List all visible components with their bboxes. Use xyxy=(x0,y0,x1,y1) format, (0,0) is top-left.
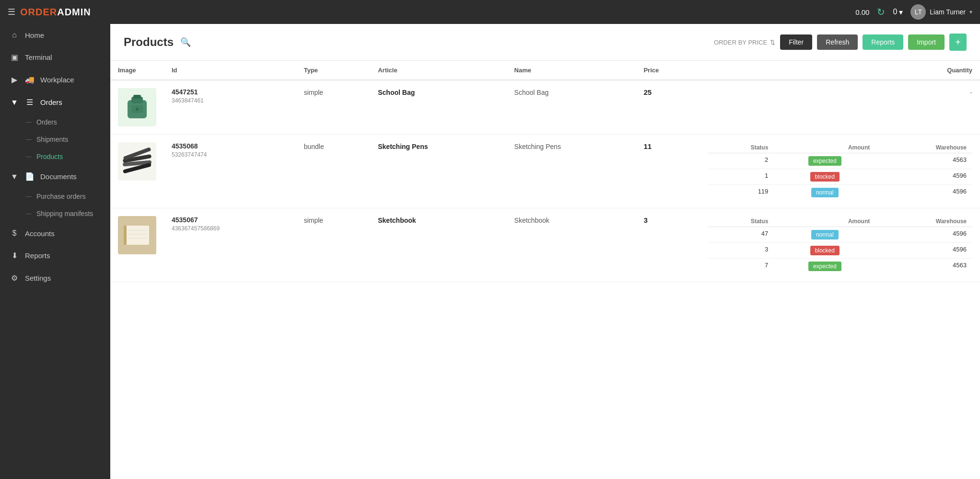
product-quantity-cell: - xyxy=(700,80,980,135)
user-chevron-icon: ▾ xyxy=(969,9,972,15)
sidebar-subitem-orders[interactable]: Orders xyxy=(0,114,110,131)
product-image xyxy=(118,216,156,254)
product-price-cell: 3 xyxy=(636,208,700,282)
stock-status: expected xyxy=(774,259,875,274)
avatar: LT xyxy=(910,4,926,20)
stock-status: blocked xyxy=(774,243,875,259)
product-id-sub: 53263747474 xyxy=(172,151,289,158)
stock-row: 1 blocked 4596 xyxy=(708,169,972,185)
stock-col-status: Status xyxy=(708,216,774,227)
main-content: Products 🔍 ORDER BY PRICE ⇅ Filter Refre… xyxy=(110,24,980,479)
col-image: Image xyxy=(110,61,164,80)
product-id-cell: 4535067 436367457586869 xyxy=(164,208,296,282)
search-icon[interactable]: 🔍 xyxy=(180,37,191,47)
stock-col-amount: Amount xyxy=(774,216,875,227)
stock-warehouse: 4596 xyxy=(875,243,972,259)
sidebar-item-label: Orders xyxy=(40,98,62,106)
page-header: Products 🔍 ORDER BY PRICE ⇅ Filter Refre… xyxy=(110,24,980,61)
product-price: 3 xyxy=(643,216,647,224)
product-name: Sketching Pens xyxy=(514,143,561,150)
product-image-cell xyxy=(110,208,164,282)
stock-warehouse: 4596 xyxy=(875,227,972,243)
sidebar-item-accounts[interactable]: $ Accounts xyxy=(0,222,110,244)
table-row[interactable]: 4535067 436367457586869 simple Sketchboo… xyxy=(110,208,980,282)
sidebar-item-workplace[interactable]: ▶ 🚚 Workplace xyxy=(0,68,110,91)
stock-amount: 2 xyxy=(708,153,774,169)
sidebar-item-orders[interactable]: ▼ ☰ Orders xyxy=(0,91,110,114)
product-type: simple xyxy=(304,217,323,224)
product-type-cell: bundle xyxy=(296,135,371,208)
reports-button[interactable]: Reports xyxy=(863,34,903,50)
sidebar-subitem-shipping-manifests[interactable]: Shipping manifests xyxy=(0,205,110,222)
product-price: 11 xyxy=(643,142,652,150)
product-article-cell: Sketching Pens xyxy=(370,135,506,208)
workplace-icon: ▶ xyxy=(10,75,19,84)
table-row[interactable]: 4535068 53263747474 bundle Sketching Pen… xyxy=(110,135,980,208)
svg-rect-3 xyxy=(133,95,141,99)
user-menu[interactable]: LT Liam Turner ▾ xyxy=(910,4,972,20)
table-row[interactable]: 4547251 3463847461 simple School Bag Sch… xyxy=(110,80,980,135)
stock-status: normal xyxy=(774,185,875,201)
truck-icon: 🚚 xyxy=(25,75,35,84)
filter-icon[interactable]: ⇅ xyxy=(770,39,775,46)
product-name: School Bag xyxy=(514,89,549,96)
cart-button[interactable]: 0 ▾ xyxy=(893,8,903,17)
stock-warehouse: 4596 xyxy=(875,185,972,201)
logo-order: ORDER xyxy=(20,7,57,17)
orders-expand-icon: ▼ xyxy=(10,98,19,107)
product-article: Sketchbook xyxy=(378,217,416,224)
sidebar-item-home[interactable]: ⌂ Home xyxy=(0,24,110,46)
product-type-cell: simple xyxy=(296,208,371,282)
hamburger-icon[interactable]: ☰ xyxy=(8,7,15,17)
svg-point-5 xyxy=(136,108,139,111)
top-navigation: ☰ ORDERADMIN 0.00 ↻ 0 ▾ LT Liam Turner ▾ xyxy=(0,0,980,24)
product-image xyxy=(118,88,156,126)
sidebar-item-documents[interactable]: ▼ 📄 Documents xyxy=(0,165,110,188)
sidebar-subitem-purchase-orders[interactable]: Purchase orders xyxy=(0,188,110,205)
sidebar-item-settings[interactable]: ⚙ Settings xyxy=(0,267,110,289)
page-title: Products xyxy=(124,35,174,49)
accounts-icon: $ xyxy=(10,229,19,238)
stock-amount: 47 xyxy=(708,227,774,243)
product-quantity-cell: Status Amount Warehouse 47 normal 4596 3… xyxy=(700,208,980,282)
add-product-button[interactable]: + xyxy=(949,34,967,51)
product-id-sub: 3463847461 xyxy=(172,97,289,104)
stock-col-amount: Amount xyxy=(774,142,875,153)
sidebar: ⌂ Home ▣ Terminal ▶ 🚚 Workplace ▼ ☰ Orde… xyxy=(0,24,110,479)
import-button[interactable]: Import xyxy=(908,34,945,50)
cart-count: 0 xyxy=(893,8,897,16)
sidebar-item-label: Documents xyxy=(40,172,77,181)
stock-warehouse: 4563 xyxy=(875,259,972,274)
sidebar-subitem-shipments[interactable]: Shipments xyxy=(0,131,110,148)
stock-warehouse: 4563 xyxy=(875,153,972,169)
product-id-main: 4535067 xyxy=(172,216,289,224)
documents-expand-icon: ▼ xyxy=(10,172,19,181)
stock-amount: 7 xyxy=(708,259,774,274)
stock-col-warehouse: Warehouse xyxy=(875,142,972,153)
product-id-cell: 4535068 53263747474 xyxy=(164,135,296,208)
settings-icon: ⚙ xyxy=(10,274,19,283)
balance-display: 0.00 xyxy=(855,8,869,16)
orders-icon: ☰ xyxy=(25,98,35,107)
stock-row: 7 expected 4563 xyxy=(708,259,972,274)
sidebar-subitem-products[interactable]: Products xyxy=(0,148,110,165)
stock-amount: 119 xyxy=(708,185,774,201)
product-id-main: 4547251 xyxy=(172,88,289,96)
product-price: 25 xyxy=(643,88,652,96)
svg-rect-13 xyxy=(124,226,127,245)
filter-button[interactable]: Filter xyxy=(780,34,812,50)
col-article: Article xyxy=(370,61,506,80)
stock-amount: 3 xyxy=(708,243,774,259)
sidebar-item-terminal[interactable]: ▣ Terminal xyxy=(0,46,110,68)
stock-row: 47 normal 4596 xyxy=(708,227,972,243)
username-label: Liam Turner xyxy=(930,8,966,16)
sidebar-item-reports[interactable]: ⬇ Reports xyxy=(0,244,110,267)
product-type-cell: simple xyxy=(296,80,371,135)
col-name: Name xyxy=(507,61,636,80)
app-logo: ORDERADMIN xyxy=(20,7,91,18)
refresh-icon[interactable]: ↻ xyxy=(877,6,885,18)
refresh-button[interactable]: Refresh xyxy=(817,34,858,50)
col-quantity: Quantity xyxy=(700,61,980,80)
order-by-label: ORDER BY PRICE ⇅ xyxy=(714,39,775,46)
stock-col-status: Status xyxy=(708,142,774,153)
